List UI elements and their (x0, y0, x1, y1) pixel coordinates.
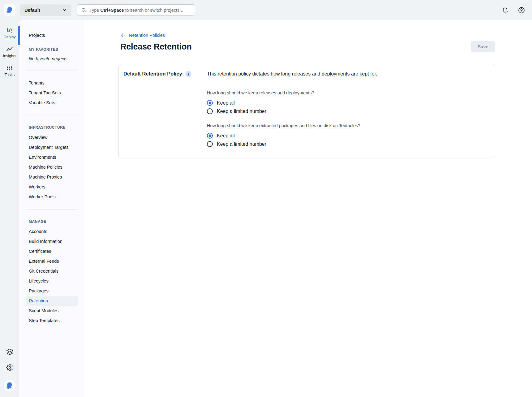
nav-deploy-label: Deploy (4, 35, 16, 39)
card-content-column: This retention policy dictates how long … (207, 71, 490, 148)
radio-label: Keep a limited number (217, 109, 266, 114)
nav-rail: Deploy Insights Tasks (0, 20, 19, 397)
question-text: How long should we keep releases and dep… (207, 90, 490, 95)
active-nav-indicator (18, 26, 20, 45)
radio-label: Keep all (217, 100, 235, 106)
nav-insights[interactable]: Insights (3, 45, 16, 58)
question-text: How long should we keep extracted packag… (207, 123, 490, 128)
divider (26, 115, 78, 115)
sidebar-item-overview[interactable]: Overview (26, 132, 78, 142)
search-placeholder: Type Ctrl+Space to search or switch proj… (89, 8, 183, 13)
radio-unselected-icon[interactable] (207, 141, 213, 147)
sidebar-item-tenant-tag-sets[interactable]: Tenant Tag Sets (26, 88, 78, 98)
nav-deploy[interactable]: Deploy (4, 27, 16, 39)
back-arrow-icon (120, 32, 126, 38)
help-button[interactable] (518, 6, 525, 14)
radio-option-keep-limited[interactable]: Keep a limited number (207, 140, 490, 148)
breadcrumb-label: Retention Policies (129, 33, 165, 38)
sidebar-item-lifecycles[interactable]: Lifecycles (26, 276, 78, 286)
manage-heading: MANAGE (29, 217, 78, 227)
retention-policy-card: Default Retention Policy i This retentio… (118, 64, 495, 158)
top-bar: Default Type Ctrl+Space to search or swi… (0, 0, 532, 20)
user-avatar[interactable] (4, 380, 15, 391)
radio-option-keep-limited[interactable]: Keep a limited number (207, 107, 490, 115)
radio-option-keep-all[interactable]: Keep all (207, 132, 490, 140)
card-description: This retention policy dictates how long … (207, 71, 490, 77)
sidebar-item-machine-policies[interactable]: Machine Policies (26, 162, 78, 172)
sidebar-item-build-information[interactable]: Build Information (26, 236, 78, 246)
help-icon (518, 6, 525, 14)
sidebar-item-workers[interactable]: Workers (26, 182, 78, 192)
favorites-heading: MY FAVORITES (29, 45, 78, 54)
save-button[interactable]: Save (471, 41, 495, 52)
info-icon[interactable]: i (185, 71, 191, 77)
nav-rail-bottom (4, 348, 15, 397)
spaces-button[interactable] (6, 348, 13, 355)
sidebar-item-deployment-targets[interactable]: Deployment Targets (26, 142, 78, 152)
radio-label: Keep a limited number (217, 141, 266, 147)
main-content: Retention Policies Release Retention Sav… (83, 20, 532, 397)
sidebar-item-accounts[interactable]: Accounts (26, 227, 78, 236)
divider (26, 209, 78, 209)
radio-label: Keep all (217, 133, 235, 139)
notifications-button[interactable] (501, 6, 509, 14)
search-input[interactable]: Type Ctrl+Space to search or switch proj… (77, 4, 195, 16)
infrastructure-heading: INFRASTRUCTURE (29, 123, 78, 132)
card-heading: Default Retention Policy (123, 71, 182, 77)
sidebar-item-step-templates[interactable]: Step Templates (26, 316, 78, 326)
octopus-logo-icon (6, 6, 14, 14)
radio-selected-icon[interactable] (207, 100, 213, 106)
sidebar-item-retention[interactable]: Retention (26, 296, 78, 306)
question-group-packages: How long should we keep extracted packag… (207, 123, 490, 148)
deploy-icon (6, 27, 13, 34)
sidebar-item-worker-pools[interactable]: Worker Pools (26, 192, 78, 202)
divider (26, 71, 78, 71)
radio-option-keep-all[interactable]: Keep all (207, 99, 490, 107)
nav-tasks-label: Tasks (5, 73, 15, 77)
layers-icon (6, 348, 13, 355)
sidebar-item-certificates[interactable]: Certificates (26, 246, 78, 256)
sidebar-item-variable-sets[interactable]: Variable Sets (26, 98, 78, 108)
insights-icon (6, 45, 13, 53)
chevron-down-icon (62, 7, 67, 13)
page-header: Release Retention Save (118, 42, 495, 52)
breadcrumb[interactable]: Retention Policies (120, 32, 165, 38)
nav-tasks[interactable]: Tasks (5, 64, 15, 77)
card-label-column: Default Retention Policy i (123, 71, 207, 148)
sidebar-item-packages[interactable]: Packages (26, 286, 78, 296)
sidebar: Projects MY FAVORITES No favorite projec… (19, 20, 83, 397)
sidebar-item-script-modules[interactable]: Script Modules (26, 306, 78, 316)
nav-insights-label: Insights (3, 54, 16, 58)
octopus-avatar-icon (5, 381, 14, 390)
sidebar-item-environments[interactable]: Environments (26, 152, 78, 162)
favorites-empty-text: No favorite projects (29, 54, 78, 63)
sidebar-item-git-credentials[interactable]: Git Credentials (26, 266, 78, 276)
sidebar-item-machine-proxies[interactable]: Machine Proxies (26, 172, 78, 182)
search-icon (81, 7, 87, 13)
app-shell: Deploy Insights Tasks (0, 20, 532, 397)
gear-icon (6, 364, 13, 371)
question-group-releases: How long should we keep releases and dep… (207, 90, 490, 115)
settings-button[interactable] (6, 364, 13, 371)
radio-unselected-icon[interactable] (207, 108, 213, 114)
page-title: Release Retention (120, 42, 192, 52)
tasks-icon (6, 64, 13, 72)
octopus-logo[interactable] (4, 4, 15, 16)
sidebar-item-external-feeds[interactable]: External Feeds (26, 256, 78, 266)
space-selector-label: Default (24, 7, 40, 13)
sidebar-item-projects[interactable]: Projects (26, 30, 78, 40)
sidebar-item-tenants[interactable]: Tenants (26, 78, 78, 88)
radio-selected-icon[interactable] (207, 133, 213, 139)
space-selector-dropdown[interactable]: Default (20, 4, 71, 16)
bell-icon (501, 6, 509, 14)
